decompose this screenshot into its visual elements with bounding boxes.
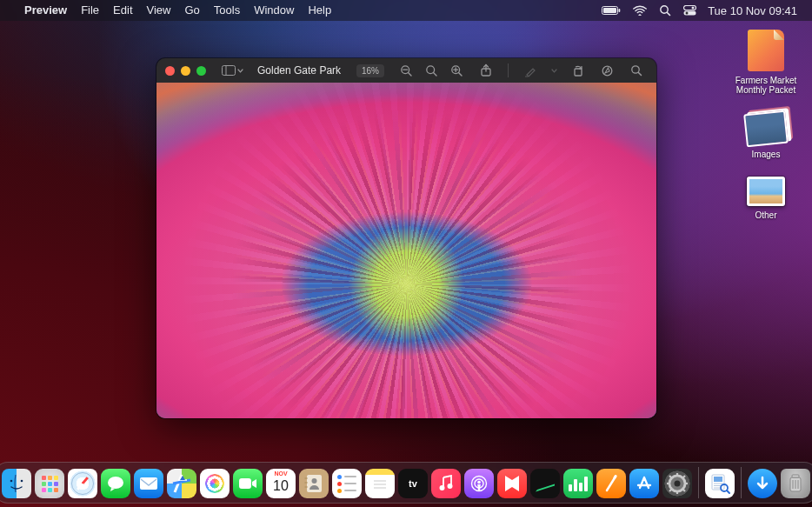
dock-tv[interactable]: tv bbox=[398, 469, 428, 498]
svg-rect-22 bbox=[575, 69, 582, 76]
rotate-button[interactable] bbox=[566, 62, 589, 79]
calendar-day-label: 10 bbox=[266, 478, 296, 494]
zoom-out-button[interactable] bbox=[395, 62, 417, 79]
dock-safari[interactable] bbox=[68, 469, 97, 498]
svg-line-15 bbox=[433, 72, 436, 76]
dock-photos[interactable] bbox=[200, 469, 230, 498]
spotlight-icon[interactable] bbox=[653, 0, 677, 21]
menubar-clock[interactable]: Tue 10 Nov 09:41 bbox=[702, 0, 803, 21]
window-traffic-lights bbox=[165, 66, 206, 76]
svg-point-41 bbox=[448, 484, 453, 489]
share-button[interactable] bbox=[475, 62, 497, 79]
svg-point-26 bbox=[10, 480, 13, 483]
svg-point-45 bbox=[477, 481, 481, 484]
svg-rect-9 bbox=[223, 66, 236, 76]
svg-point-8 bbox=[686, 12, 689, 15]
document-icon bbox=[748, 30, 784, 71]
desktop-file-images[interactable]: Images bbox=[729, 112, 803, 159]
menu-tools[interactable]: Tools bbox=[207, 0, 247, 21]
dock-downloads[interactable] bbox=[748, 469, 777, 498]
wifi-icon[interactable] bbox=[627, 0, 653, 21]
dock-notes[interactable] bbox=[365, 469, 395, 498]
dock-contacts[interactable] bbox=[299, 469, 329, 498]
desktop-file-farmers-market[interactable]: Farmers Market Monthly Packet bbox=[729, 30, 803, 95]
window-close-button[interactable] bbox=[165, 66, 175, 76]
dock-launchpad[interactable] bbox=[35, 469, 64, 498]
menu-window[interactable]: Window bbox=[247, 0, 301, 21]
svg-point-56 bbox=[675, 481, 681, 487]
toolbar-separator bbox=[508, 63, 509, 77]
svg-line-12 bbox=[408, 72, 411, 76]
dock-preview[interactable] bbox=[705, 469, 735, 498]
dock-news[interactable] bbox=[497, 469, 527, 498]
highlight-menu-chevron[interactable] bbox=[549, 62, 559, 79]
zoom-percent[interactable]: 16% bbox=[356, 64, 384, 77]
svg-point-7 bbox=[692, 7, 695, 10]
svg-rect-66 bbox=[792, 475, 799, 477]
preview-window: Golden Gate Park 16% bbox=[156, 58, 656, 418]
stack-icon bbox=[743, 110, 789, 148]
svg-rect-58 bbox=[714, 477, 722, 482]
svg-rect-2 bbox=[619, 9, 621, 12]
zoom-actual-button[interactable] bbox=[420, 62, 443, 79]
svg-line-25 bbox=[638, 72, 641, 75]
svg-point-23 bbox=[602, 66, 612, 76]
dock-facetime[interactable] bbox=[233, 469, 263, 498]
dock-stocks[interactable] bbox=[530, 469, 560, 498]
dock-mail[interactable] bbox=[134, 469, 163, 498]
menu-app-name[interactable]: Preview bbox=[17, 0, 74, 21]
dock-reminders[interactable] bbox=[332, 469, 362, 498]
menu-file[interactable]: File bbox=[74, 0, 106, 21]
dock-music[interactable] bbox=[431, 469, 461, 498]
svg-point-27 bbox=[21, 480, 23, 483]
battery-icon[interactable] bbox=[596, 0, 627, 21]
zoom-in-button[interactable] bbox=[445, 62, 468, 79]
svg-rect-34 bbox=[305, 482, 308, 484]
window-minimize-button[interactable] bbox=[181, 66, 190, 76]
highlight-button[interactable] bbox=[519, 62, 542, 79]
menu-edit[interactable]: Edit bbox=[106, 0, 139, 21]
svg-line-53 bbox=[682, 489, 685, 491]
window-maximize-button[interactable] bbox=[196, 66, 206, 76]
control-center-icon[interactable] bbox=[677, 0, 702, 21]
dock-messages[interactable] bbox=[101, 469, 130, 498]
svg-line-63 bbox=[727, 490, 729, 493]
svg-rect-1 bbox=[603, 8, 616, 13]
chevron-down-icon bbox=[237, 69, 243, 73]
svg-line-54 bbox=[682, 476, 685, 478]
calendar-month-label: Nov bbox=[266, 470, 296, 477]
dock-maps[interactable] bbox=[167, 469, 196, 498]
svg-rect-35 bbox=[305, 486, 308, 488]
menu-view[interactable]: View bbox=[140, 0, 178, 21]
desktop-icon-label: Other bbox=[755, 210, 776, 220]
menu-go[interactable]: Go bbox=[177, 0, 206, 21]
image-canvas[interactable] bbox=[156, 83, 656, 418]
menu-help[interactable]: Help bbox=[301, 0, 338, 21]
svg-point-36 bbox=[312, 478, 317, 484]
sidebar-toggle-button[interactable] bbox=[216, 65, 249, 76]
dock-numbers[interactable] bbox=[563, 469, 593, 498]
search-button[interactable] bbox=[625, 62, 648, 79]
dock-separator bbox=[741, 467, 742, 498]
desktop-file-other[interactable]: Other bbox=[729, 177, 803, 220]
window-titlebar[interactable]: Golden Gate Park 16% bbox=[156, 58, 656, 83]
dock-separator bbox=[698, 467, 699, 498]
dock-calendar[interactable]: Nov 10 bbox=[266, 469, 296, 498]
dock: Nov 10 tv bbox=[0, 462, 812, 504]
dock-appstore[interactable] bbox=[629, 469, 659, 498]
markup-button[interactable] bbox=[596, 62, 618, 79]
svg-rect-33 bbox=[305, 477, 308, 479]
dock-system-preferences[interactable] bbox=[662, 469, 692, 498]
svg-line-55 bbox=[669, 489, 672, 491]
svg-rect-29 bbox=[140, 477, 157, 490]
dock-finder[interactable] bbox=[2, 469, 31, 498]
desktop-icon-label: Farmers Market Monthly Packet bbox=[729, 76, 803, 95]
desktop-icon-label: Images bbox=[752, 150, 781, 159]
dock-podcasts[interactable] bbox=[464, 469, 494, 498]
dock-trash[interactable] bbox=[781, 469, 810, 498]
dock-pages[interactable] bbox=[596, 469, 626, 498]
svg-line-52 bbox=[669, 476, 672, 478]
svg-rect-31 bbox=[239, 478, 251, 489]
svg-point-28 bbox=[108, 477, 123, 489]
window-title: Golden Gate Park bbox=[257, 64, 341, 77]
